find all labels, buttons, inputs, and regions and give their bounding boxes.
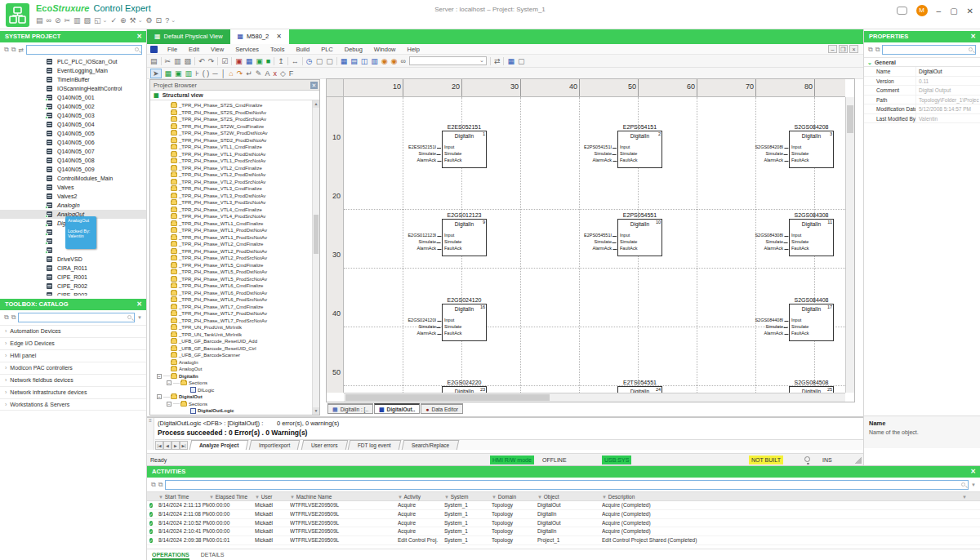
comment-icon[interactable]: ✎ — [256, 69, 262, 78]
stop-icon[interactable]: ■ — [266, 57, 270, 65]
tree-item[interactable]: Q140N05_001 — [0, 93, 146, 102]
pb-tree-item[interactable]: DigitalOutLogic — [150, 407, 319, 415]
pb-tree-item[interactable]: _TPR_PH_Phase_ST2S_ProdSrcNotAv — [150, 116, 319, 123]
close-icon[interactable]: ✕ — [276, 29, 282, 44]
tree-item[interactable]: Valves — [0, 183, 146, 192]
coil-icon[interactable]: ( ) — [203, 69, 210, 78]
subroutine-icon[interactable]: ▥ — [185, 69, 193, 78]
minimize-icon[interactable]: – — [937, 7, 942, 16]
vline-icon[interactable]: │ — [221, 69, 226, 78]
column-header-extra[interactable]: ▼ — [962, 492, 980, 500]
tree-item[interactable]: AnalogIn — [0, 201, 146, 210]
column-header-machine-name[interactable]: ▼ Machine Name — [290, 492, 398, 500]
tree-item[interactable]: Q140N05_004 — [0, 120, 146, 129]
copy-icon[interactable]: ▥ — [74, 16, 81, 24]
pb-tree-item[interactable]: _TPR_PH_Phase_WTL5_ProdDstNotAv — [150, 269, 319, 276]
pb-tree-item[interactable]: _TPR_PH_Phase_VTL2_ProdDstNotAv — [150, 171, 319, 179]
sync-icon[interactable]: ⇄ — [18, 47, 24, 54]
toolbox-item-modicon-pac-controllers[interactable]: ›Modicon PAC controllers — [0, 362, 146, 374]
caret-down-icon[interactable]: ⌄ — [103, 17, 108, 24]
hmi-screen-icon[interactable]: ▢ — [518, 57, 525, 65]
paste-icon[interactable]: ▨ — [185, 57, 192, 65]
pb-tree-item[interactable]: _TPR_PH_Phase_VTL2_ProdSrcNotAv — [150, 179, 319, 186]
pb-tree-item[interactable]: _TPR_PH_Phase_WTL1_ProdSrcNotAv — [150, 234, 319, 242]
column-header-start-time[interactable]: ▼ Start Time — [158, 492, 209, 500]
pb-tree-item[interactable]: _TPR_PH_Phase_ST2W_ProdDstNotAv — [150, 130, 319, 137]
pb-tree-item[interactable]: −DigitalOut — [150, 393, 319, 401]
pb-tree-item[interactable]: _TPR_PH_Phase_WTL6_ProdSrcNotAv — [150, 296, 319, 304]
dfb-block-icon[interactable]: ▣ — [175, 69, 182, 78]
paste-icon[interactable]: ▨ — [84, 16, 91, 24]
label-icon[interactable]: ⌂ — [229, 69, 233, 78]
editor-tab-data-editor[interactable]: ●Data Editor — [421, 403, 463, 414]
window-icon[interactable]: ◱ — [94, 16, 101, 24]
toolbox-item-network-fieldbus-devices[interactable]: ›Network fieldbus devices — [0, 374, 146, 386]
property-row[interactable]: Version0.11 — [864, 77, 980, 87]
editor-tab-digitalout-[interactable]: ▦DigitalOut.. — [374, 403, 420, 414]
property-row[interactable]: Last Modified ByValentin — [864, 114, 980, 124]
tab-nav-icon[interactable]: ▶| — [180, 441, 188, 450]
output-panel-grip[interactable]: ≡ — [147, 418, 154, 450]
minimize-icon[interactable]: – — [828, 45, 837, 53]
toolbox-search-input[interactable] — [18, 313, 135, 322]
link-icon[interactable]: ∞ — [47, 16, 51, 24]
pb-tree-item[interactable]: _TPR_PH_Phase_WTL1_ProdDstNotAv — [150, 227, 319, 234]
filter-icon[interactable]: ▼ — [137, 315, 142, 320]
function-block[interactable]: E2GS012123DigitalIn9InputSimulateFaultAc… — [442, 219, 487, 256]
activities-search-input[interactable] — [165, 480, 969, 490]
collapse-icon[interactable]: − — [157, 374, 162, 379]
vertical-scrollbar[interactable] — [845, 97, 854, 393]
activity-row[interactable]: ✓8/14/2024 2:10:52 PM00:00:00MickaëlWTFR… — [147, 519, 980, 528]
pb-tree-item[interactable]: _TPR_PH_Phase_ST2S_CmdFinalize — [150, 102, 319, 109]
menu-plc[interactable]: PLC — [315, 46, 339, 53]
pb-tree-item[interactable]: _TPR_PH_Phase_WTL2_ProdDstNotAv — [150, 248, 319, 256]
output-tab-search-replace[interactable]: Search/Replace — [402, 440, 460, 450]
toolbox-item-network-infrastructure-devices[interactable]: ›Network infrastructure devices — [0, 386, 146, 398]
function-block[interactable]: S2GS084408DigitalIn17InputSimulateFaultA… — [789, 304, 834, 341]
pb-tree-item[interactable]: AnalogOut — [150, 366, 319, 373]
pb-tree-item[interactable]: _TPR_PH_Phase_STD2_ProdDstNotAv — [150, 137, 319, 144]
tree-item[interactable]: CIPE_R003 — [0, 291, 146, 296]
redo-icon[interactable]: ↷ — [208, 57, 215, 65]
doc-tab-m580-2[interactable]: ▦M580_2✕ — [230, 29, 289, 44]
copy-icon[interactable]: ▥ — [174, 57, 181, 65]
activities-tab-details[interactable]: DETAILS — [201, 549, 225, 560]
pb-tree-item[interactable]: −Sections — [150, 380, 319, 387]
cut-icon[interactable]: ✂ — [64, 16, 70, 24]
tab-nav-icon[interactable]: ▶ — [172, 441, 180, 450]
text-icon[interactable]: A — [265, 69, 270, 78]
function-block[interactable]: E2GS024220DigitalIn23InputSimulateFaultA… — [442, 386, 487, 393]
pb-tree-item[interactable]: _TPR_PH_Phase_VTL2_CmdFinalize — [150, 165, 319, 172]
close-icon[interactable]: × — [849, 45, 858, 53]
clock-icon[interactable]: ◷ — [306, 57, 313, 65]
tree-item[interactable]: Q140N05_008 — [0, 156, 146, 165]
expand-all-icon[interactable]: ⧉ — [868, 46, 873, 54]
animate2-icon[interactable]: ◉ — [391, 57, 398, 65]
pb-tree-item[interactable]: _TPR_PH_Phase_WTL7_ProdDstNotAv — [150, 310, 319, 318]
function-block[interactable]: E2PS054151DigitalIn2InputSimulateFaultAc… — [617, 131, 662, 168]
hlink-icon[interactable]: ↔ — [292, 57, 299, 65]
toolbox-item-workstations-servers[interactable]: ›Workstations & Servers — [0, 398, 146, 411]
close-icon[interactable]: ✕ — [970, 31, 976, 42]
gear-icon[interactable]: ⚙ — [146, 16, 153, 24]
menu-services[interactable]: Services — [229, 46, 265, 53]
scrollbar-thumb[interactable] — [847, 105, 853, 133]
pb-tree-item[interactable]: _TPR_PH_Phase_ST2S_ProdDstNotAv — [150, 109, 319, 117]
tree-item[interactable]: Q140N05_009 — [0, 165, 146, 174]
select-cursor-icon[interactable]: ➤ — [150, 69, 162, 78]
collapse-icon[interactable]: − — [157, 394, 162, 399]
tree-item[interactable]: Valves2 — [0, 192, 146, 201]
pb-tree-item[interactable]: −DigitalIn — [150, 373, 319, 380]
unlink-icon[interactable]: ⊘ — [55, 16, 61, 24]
pb-tree-item[interactable]: _TPR_PH_Phase_ST2W_CmdFinalize — [150, 123, 319, 131]
column-header-activity[interactable]: ▼ Activity — [398, 492, 444, 500]
pb-tree-item[interactable]: _TPR_PH_Phase_WTL2_ProdSrcNotAv — [150, 255, 319, 262]
pb-tree-item[interactable]: _TPR_UN_TankUnit_MtrIntlk — [150, 331, 319, 339]
tree-item[interactable]: TimeInBuffer — [0, 75, 146, 84]
restore-icon[interactable]: ❐ — [839, 45, 848, 53]
function-block[interactable]: E2ES052151DigitalIn1InputSimulateFaultAc… — [442, 131, 487, 168]
relogin-icon[interactable]: ⇄ — [494, 57, 501, 65]
output-tab-analyze-project[interactable]: Analyze Project — [189, 440, 249, 450]
project-browser-titlebar[interactable]: Project Browser ✕ — [150, 80, 319, 91]
activity-row[interactable]: ✓8/14/2024 2:11:13 PM00:00:00MickaëlWTFR… — [147, 501, 980, 510]
